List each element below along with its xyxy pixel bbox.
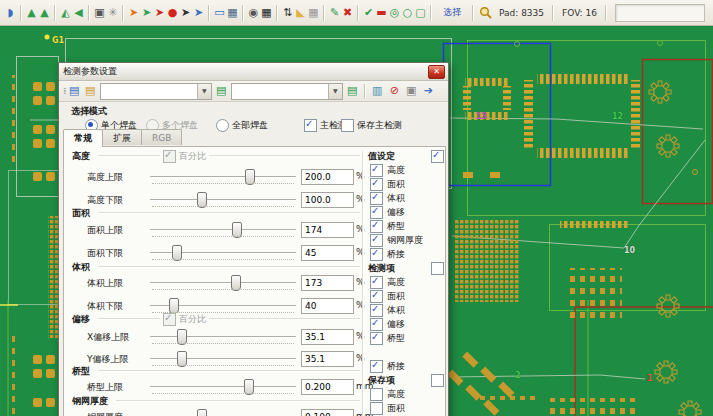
group-master-checkbox[interactable] <box>431 262 444 275</box>
image-icon[interactable]: ▣ <box>93 1 106 25</box>
ruler-triangle-icon[interactable]: ◣ <box>294 1 307 25</box>
checkbox-icon[interactable] <box>370 276 383 289</box>
checkbox-icon[interactable] <box>370 360 383 373</box>
slider-thumb[interactable] <box>197 192 207 208</box>
group-master-checkbox[interactable] <box>431 374 444 387</box>
checkbox-icon[interactable] <box>370 318 383 331</box>
group-item[interactable]: 体积 <box>368 303 444 317</box>
slider-track[interactable] <box>150 244 296 262</box>
slider-thumb[interactable] <box>244 379 254 395</box>
tab-RGB[interactable]: RGB <box>141 129 182 145</box>
checkbox-icon[interactable] <box>370 402 383 415</box>
slider-thumb[interactable] <box>197 409 207 416</box>
prism-icon[interactable]: ◭ <box>59 1 72 25</box>
slider-track[interactable] <box>150 221 296 239</box>
nav-half-icon[interactable]: ◗ <box>4 1 17 25</box>
pin-red-icon[interactable]: ➤ <box>153 1 166 25</box>
grid-light-icon[interactable]: ▦ <box>307 1 320 25</box>
circle-icon[interactable]: ○ <box>401 1 414 25</box>
slider-track[interactable] <box>150 168 296 186</box>
checkbox-icon[interactable] <box>370 206 383 219</box>
chart-icon[interactable]: ▥ <box>371 82 384 100</box>
value-input[interactable] <box>301 192 354 208</box>
pin-orange-icon[interactable]: ➤ <box>127 1 140 25</box>
checkbox-icon[interactable] <box>370 192 383 205</box>
group-item[interactable]: 面积 <box>368 177 444 191</box>
group-item[interactable]: 桥接 <box>368 359 444 373</box>
chevron-down-icon[interactable]: ▼ <box>197 84 211 99</box>
group-item[interactable]: 桥接 <box>368 247 444 261</box>
checkbox-icon[interactable] <box>370 178 383 191</box>
camera-icon[interactable]: ◉ <box>247 1 260 25</box>
value-input[interactable] <box>301 222 354 238</box>
pin-black-icon[interactable]: ➤ <box>179 1 192 25</box>
apply-template1-icon[interactable]: ▤ <box>215 82 228 100</box>
checkbox-icon[interactable] <box>163 150 176 163</box>
close-icon[interactable]: ✕ <box>428 65 445 79</box>
group-item[interactable]: 偏移 <box>368 317 444 331</box>
toolbar-drag-handle[interactable]: ⁞⁞ <box>63 86 65 96</box>
apply-template2-icon[interactable]: ▤ <box>346 82 359 100</box>
slider-track[interactable] <box>150 328 296 346</box>
value-input[interactable] <box>301 379 354 395</box>
zoom-icon[interactable] <box>479 6 492 19</box>
slider-thumb[interactable] <box>245 169 255 185</box>
slider-thumb[interactable] <box>232 222 242 238</box>
radio-icon[interactable] <box>216 119 229 132</box>
mode-checkbox[interactable]: 保存主检测 <box>341 118 402 132</box>
pad-mode-radio[interactable]: 全部焊盘 <box>216 118 268 132</box>
group-item[interactable]: 偏移 <box>368 205 444 219</box>
grid-icon[interactable]: ▦ <box>260 1 273 25</box>
save-icon[interactable]: ▣ <box>405 82 418 100</box>
group-master-checkbox[interactable] <box>431 150 444 163</box>
checkbox-icon[interactable] <box>370 234 383 247</box>
select-mode-button[interactable]: 选择 <box>443 6 461 19</box>
slider-track[interactable] <box>150 378 296 396</box>
export-icon[interactable]: ➔ <box>422 82 435 100</box>
pin-green-icon[interactable]: ➤ <box>140 1 153 25</box>
group-item[interactable]: 面积 <box>368 401 444 415</box>
value-input[interactable] <box>301 409 354 416</box>
checkbox-icon[interactable] <box>370 332 383 345</box>
tools-icon[interactable]: ✳ <box>106 1 119 25</box>
tab-常规[interactable]: 常规 <box>63 129 103 147</box>
slider-thumb[interactable] <box>177 329 187 345</box>
value-input[interactable] <box>301 245 354 261</box>
group-item[interactable]: 高度 <box>368 163 444 177</box>
group-item[interactable]: 高度 <box>368 275 444 289</box>
group-item[interactable]: 桥型 <box>368 331 444 345</box>
slider-track[interactable] <box>150 408 296 416</box>
checkbox-icon[interactable] <box>370 248 383 261</box>
target-icon[interactable]: ◎ <box>388 1 401 25</box>
group-item[interactable]: 面积 <box>368 289 444 303</box>
chevron-down-icon[interactable]: ▼ <box>328 84 342 99</box>
component-icon[interactable]: ▢ <box>414 1 427 25</box>
disable-icon[interactable]: ⊘ <box>388 82 401 100</box>
group-item[interactable]: 体积 <box>368 191 444 205</box>
value-input[interactable] <box>301 329 354 345</box>
checkbox-icon[interactable] <box>163 313 176 326</box>
checkbox-icon[interactable] <box>370 290 383 303</box>
rect-select-icon[interactable]: ▭ <box>213 1 226 25</box>
group-item[interactable]: 桥型 <box>368 219 444 233</box>
value-input[interactable] <box>301 298 354 314</box>
save-params-icon[interactable]: ▤ <box>84 82 97 100</box>
checkbox-icon[interactable] <box>370 220 383 233</box>
template-combo-1[interactable]: ▼ <box>100 83 212 100</box>
tab-扩展[interactable]: 扩展 <box>102 129 142 145</box>
value-input[interactable] <box>301 169 354 185</box>
delete-icon[interactable]: ✖ <box>341 1 354 25</box>
checkbox-icon[interactable] <box>370 388 383 401</box>
slider-thumb[interactable] <box>172 245 182 261</box>
location-pin-icon[interactable]: ● <box>166 1 179 25</box>
group-item[interactable]: 高度 <box>368 387 444 401</box>
edit-chart-icon[interactable]: ✎ <box>328 1 341 25</box>
checkbox-icon[interactable] <box>370 304 383 317</box>
load-params-icon[interactable]: ▤ <box>68 82 81 100</box>
checkbox-icon[interactable] <box>304 119 317 132</box>
sort-az-icon[interactable]: ⇅ <box>281 1 294 25</box>
dialog-titlebar[interactable]: 检测参数设置 ✕ <box>59 63 448 81</box>
checkbox-icon[interactable] <box>370 164 383 177</box>
remove-icon[interactable]: ▬ <box>375 1 388 25</box>
template-combo-2[interactable]: ▼ <box>231 83 343 100</box>
